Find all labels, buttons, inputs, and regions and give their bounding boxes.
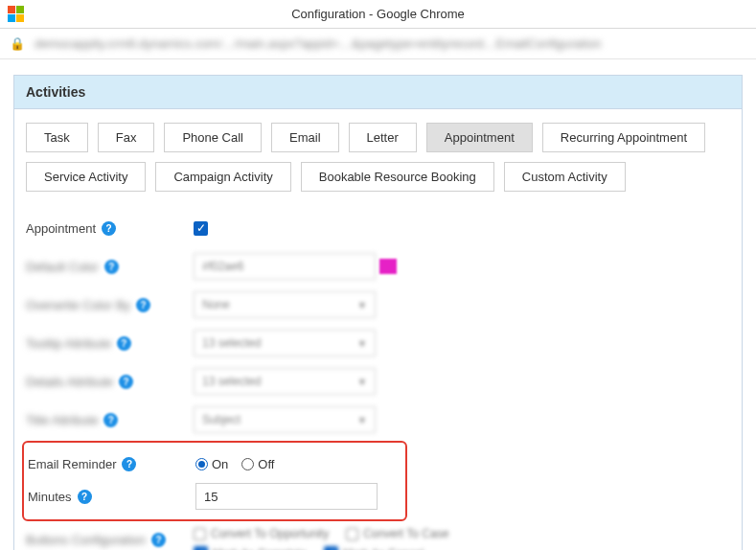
tab-campaign-activity[interactable]: Campaign Activity <box>155 162 290 192</box>
help-icon[interactable]: ? <box>103 413 118 427</box>
title-attribute-label: Title Attribute ? <box>26 413 194 427</box>
tab-phone-call[interactable]: Phone Call <box>164 123 262 152</box>
convert-to-case-checkbox[interactable]: Convert To Case <box>346 527 448 540</box>
activity-tabs: Task Fax Phone Call Email Letter Appoint… <box>26 123 730 192</box>
lock-icon: 🔒 <box>10 36 25 51</box>
appointment-label: Appointment ? <box>26 221 194 236</box>
help-icon[interactable]: ? <box>104 260 119 274</box>
email-reminder-off-radio[interactable]: Off <box>241 457 274 471</box>
tab-letter[interactable]: Letter <box>349 123 417 152</box>
tab-bookable-resource-booking[interactable]: Bookable Resource Booking <box>301 162 494 192</box>
appointment-checkbox[interactable]: ✓ <box>194 221 208 236</box>
tab-fax[interactable]: Fax <box>98 123 155 152</box>
email-reminder-label: Email Reminder ? <box>28 457 195 471</box>
help-icon[interactable]: ? <box>122 457 136 471</box>
overwrite-color-by-label: Overwrite Color By ? <box>26 298 194 312</box>
help-icon[interactable]: ? <box>119 375 133 389</box>
tab-task[interactable]: Task <box>26 123 88 152</box>
tab-custom-activity[interactable]: Custom Activity <box>504 162 626 192</box>
title-attribute-select[interactable]: Subject▼ <box>194 406 376 433</box>
email-reminder-on-radio[interactable]: On <box>195 457 228 471</box>
window-title-bar: Configuration - Google Chrome <box>0 0 756 29</box>
buttons-configuration-label: Buttons Configuration ? <box>26 527 194 547</box>
help-icon[interactable]: ? <box>102 221 116 236</box>
email-reminder-highlight: Email Reminder ? On Off <box>22 441 407 521</box>
convert-to-opportunity-checkbox[interactable]: Convert To Opportunity <box>194 527 329 540</box>
tab-email[interactable]: Email <box>271 123 339 152</box>
buttons-configuration-group: Convert To Opportunity Convert To Case ✓… <box>194 527 448 550</box>
minutes-label: Minutes ? <box>28 490 195 504</box>
panel-header: Activities <box>14 76 742 109</box>
mark-as-complete-checkbox[interactable]: ✓ Mark As Complete <box>194 546 307 550</box>
help-icon[interactable]: ? <box>78 490 92 504</box>
activities-panel: Activities Task Fax Phone Call Email Let… <box>13 75 743 550</box>
tooltip-attribute-select[interactable]: 13 selected▼ <box>194 330 376 356</box>
default-color-label: Default Color ? <box>26 260 194 274</box>
help-icon[interactable]: ? <box>117 336 131 351</box>
email-reminder-radio-group: On Off <box>195 457 274 471</box>
tab-service-activity[interactable]: Service Activity <box>26 162 146 192</box>
tooltip-attribute-label: Tooltip Attribute ? <box>26 336 194 351</box>
window-title: Configuration - Google Chrome <box>291 7 465 21</box>
help-icon[interactable]: ? <box>136 298 150 312</box>
details-attribute-label: Details Attribute ? <box>26 375 194 389</box>
tab-appointment[interactable]: Appointment <box>426 123 533 152</box>
default-color-input[interactable]: #f02ae6 <box>194 253 376 280</box>
address-bar: 🔒 democappity.crm8.dynamics.com/…/main.a… <box>0 29 756 59</box>
minutes-input[interactable] <box>195 483 378 510</box>
address-url[interactable]: democappity.crm8.dynamics.com/…/main.asp… <box>34 36 602 51</box>
overwrite-color-by-select[interactable]: None▼ <box>194 291 376 318</box>
color-swatch[interactable] <box>379 259 397 274</box>
details-attribute-select[interactable]: 13 selected▼ <box>194 368 376 395</box>
mark-as-cancel-checkbox[interactable]: ✓ Mark As Cancel <box>324 546 424 550</box>
tab-recurring-appointment[interactable]: Recurring Appointment <box>542 123 705 152</box>
microsoft-logo-icon <box>8 6 24 22</box>
help-icon[interactable]: ? <box>151 533 166 547</box>
